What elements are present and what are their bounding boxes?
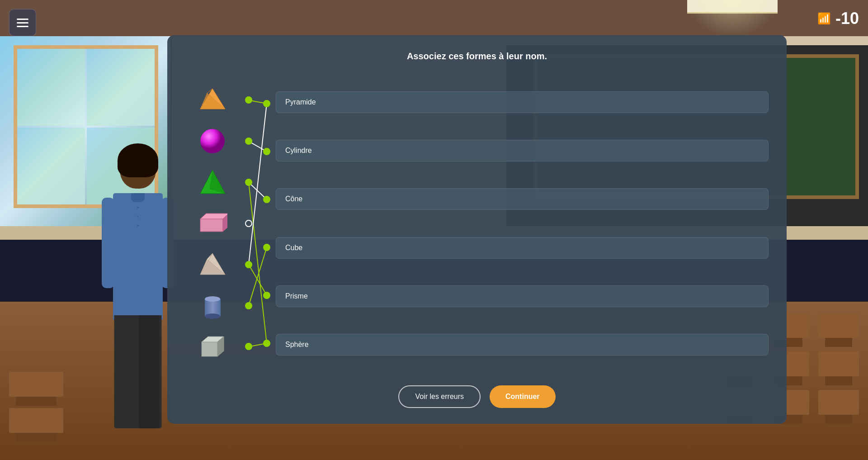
shape-pink-prism bbox=[194, 208, 231, 239]
right-dot-3[interactable] bbox=[263, 196, 270, 203]
gray-cube-svg bbox=[198, 333, 227, 360]
shape-gray-cube bbox=[194, 331, 231, 362]
hamburger-icon bbox=[17, 19, 28, 27]
window-pane-1 bbox=[17, 49, 85, 126]
window-pane-3 bbox=[17, 128, 85, 204]
left-dot-5[interactable] bbox=[245, 261, 252, 268]
left-dot-3[interactable] bbox=[245, 179, 252, 186]
label-pyramide[interactable]: Pyramide bbox=[276, 91, 769, 113]
exercise-area: Pyramide Cylindre Cône Cube Prisme Sphèr… bbox=[185, 75, 769, 372]
score-display: 📶 -10 bbox=[817, 9, 859, 28]
char-leg-right bbox=[139, 315, 160, 428]
shape-pink-sphere bbox=[194, 125, 231, 157]
left-dot-7[interactable] bbox=[245, 343, 252, 350]
desk bbox=[9, 408, 63, 433]
left-dot-1[interactable] bbox=[245, 96, 252, 104]
right-connectors bbox=[258, 75, 276, 372]
hamburger-line-2 bbox=[17, 22, 28, 24]
dialog-title: Associez ces formes à leur nom. bbox=[185, 51, 769, 62]
left-connectors bbox=[240, 75, 258, 372]
label-cone[interactable]: Cône bbox=[276, 188, 769, 210]
labels-column: Pyramide Cylindre Cône Cube Prisme Sphèr… bbox=[276, 75, 769, 372]
character-hair bbox=[118, 143, 158, 177]
score-icon: 📶 bbox=[817, 12, 831, 25]
shape-orange-pyramid bbox=[194, 84, 231, 116]
char-button bbox=[137, 216, 139, 218]
bottom-buttons: Voir les erreurs Continuer bbox=[185, 385, 769, 408]
left-dot-6[interactable] bbox=[245, 302, 252, 309]
svg-point-5 bbox=[200, 129, 225, 153]
green-cone-svg bbox=[198, 169, 227, 196]
shapes-column bbox=[185, 75, 240, 372]
blue-cylinder-svg bbox=[198, 292, 227, 319]
right-dot-5[interactable] bbox=[263, 292, 270, 299]
label-cylindre[interactable]: Cylindre bbox=[276, 140, 769, 161]
svg-rect-19 bbox=[202, 342, 217, 356]
score-value: -10 bbox=[835, 9, 859, 28]
hamburger-line-1 bbox=[17, 19, 28, 20]
pink-sphere-svg bbox=[198, 128, 227, 155]
right-dot-4[interactable] bbox=[263, 244, 270, 251]
desk-area-left bbox=[9, 372, 63, 433]
see-errors-button[interactable]: Voir les erreurs bbox=[398, 385, 481, 408]
right-dot-2[interactable] bbox=[263, 148, 270, 155]
pink-prism-svg bbox=[198, 210, 227, 237]
white-pyramid-svg bbox=[198, 251, 227, 278]
desk bbox=[818, 390, 859, 415]
continue-button[interactable]: Continuer bbox=[490, 385, 556, 408]
window-pane-2 bbox=[87, 49, 155, 126]
menu-button[interactable] bbox=[9, 9, 36, 36]
left-dot-4[interactable] bbox=[245, 220, 252, 227]
label-prisme[interactable]: Prisme bbox=[276, 285, 769, 307]
left-dot-2[interactable] bbox=[245, 138, 252, 145]
char-leg-left bbox=[117, 315, 137, 428]
character-torso bbox=[113, 193, 163, 320]
svg-marker-9 bbox=[200, 213, 227, 219]
svg-rect-8 bbox=[200, 219, 223, 232]
character-pants bbox=[114, 315, 162, 428]
desk bbox=[9, 372, 63, 397]
label-cube[interactable]: Cube bbox=[276, 237, 769, 259]
desk bbox=[818, 313, 859, 338]
desk bbox=[818, 351, 859, 376]
char-button bbox=[137, 207, 139, 209]
char-arm-left bbox=[102, 198, 114, 288]
svg-point-17 bbox=[205, 296, 220, 302]
light-glow bbox=[687, 0, 778, 36]
label-sphere[interactable]: Sphère bbox=[276, 334, 769, 356]
shape-white-pyramid bbox=[194, 249, 231, 280]
exercise-dialog: Associez ces formes à leur nom. bbox=[167, 35, 787, 424]
shape-green-cone bbox=[194, 166, 231, 198]
right-dot-6[interactable] bbox=[263, 340, 270, 347]
char-button bbox=[137, 225, 139, 227]
svg-point-18 bbox=[205, 313, 220, 319]
hamburger-line-3 bbox=[17, 26, 28, 27]
right-dot-1[interactable] bbox=[263, 100, 270, 107]
orange-pyramid-svg bbox=[198, 86, 227, 114]
char-collar bbox=[131, 193, 145, 202]
shape-blue-cylinder bbox=[194, 290, 231, 322]
